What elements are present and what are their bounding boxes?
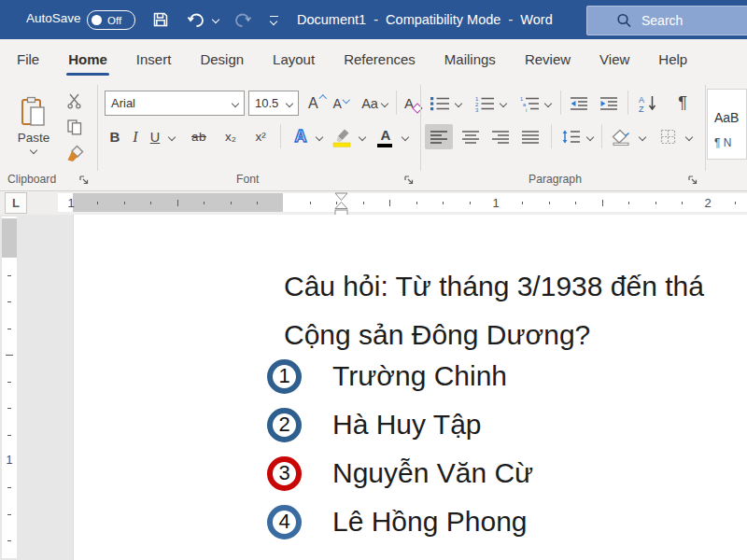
bullets-button[interactable] (427, 91, 453, 116)
text-effects-dropdown[interactable] (314, 124, 325, 149)
chevron-down-icon (270, 17, 277, 24)
search-box[interactable]: Search (586, 6, 747, 35)
document-page[interactable]: Câu hỏi: Từ tháng 3/1938 đến thá Cộng sả… (73, 215, 747, 560)
tab-layout[interactable]: Layout (273, 39, 315, 79)
multilevel-dropdown[interactable] (543, 91, 554, 116)
borders-button[interactable] (654, 124, 682, 149)
tab-home[interactable]: Home (68, 39, 107, 79)
font-color-dropdown[interactable] (400, 124, 411, 149)
question-line-2[interactable]: Cộng sản Đông Dương? (284, 315, 590, 355)
ruler-margin-area (2, 218, 17, 258)
customize-quick-access-button[interactable] (267, 12, 280, 27)
option-circle: 1 (267, 359, 302, 394)
line-spacing-button[interactable] (557, 124, 585, 149)
tab-mailings[interactable]: Mailings (444, 39, 496, 79)
option-text: Lê Hồng Phong (332, 506, 528, 538)
font-dialog-launcher[interactable] (403, 175, 415, 186)
tab-selector-button[interactable]: L (5, 192, 27, 214)
bold-button[interactable]: B (105, 124, 125, 149)
document-area: 1 Câu hỏi: Từ tháng 3/1938 đến thá Cộng … (0, 215, 747, 560)
undo-dropdown[interactable] (211, 15, 220, 24)
autosave-toggle[interactable]: Off (87, 10, 135, 30)
italic-button[interactable]: I (127, 124, 144, 149)
line-spacing-dropdown[interactable] (585, 124, 596, 149)
font-name-select[interactable]: Arial (105, 91, 245, 116)
bar-icon (270, 16, 278, 17)
underline-button[interactable]: U (146, 124, 164, 149)
tab-help[interactable]: Help (658, 39, 687, 79)
scissors-icon (66, 92, 83, 109)
line-spacing-icon (561, 129, 581, 145)
font-group-label: Font (236, 173, 259, 186)
subscript-button[interactable]: x₂ (218, 124, 243, 149)
highlight-dropdown[interactable] (357, 124, 368, 149)
font-color-button[interactable]: A (374, 124, 398, 149)
shading-dropdown[interactable] (637, 124, 648, 149)
paragraph-group-label: Paragraph (529, 173, 582, 186)
autosave-label: AutoSave (26, 11, 81, 25)
chevron-down-icon (685, 133, 693, 140)
bullets-dropdown[interactable] (453, 91, 464, 116)
shrink-font-button[interactable]: A (329, 91, 353, 116)
justify-icon (521, 131, 540, 144)
answer-option-3[interactable]: 3 Nguyễn Văn Cừ (267, 455, 533, 492)
sort-button[interactable]: A Z (633, 91, 663, 116)
copy-button[interactable] (62, 115, 88, 139)
answer-option-2[interactable]: 2 Hà Huy Tập (267, 406, 482, 443)
answer-option-1[interactable]: 1 Trường Chinh (267, 357, 507, 395)
redo-button[interactable] (232, 9, 254, 30)
numbering-dropdown[interactable] (498, 91, 509, 116)
show-formatting-marks-button[interactable]: ¶ (670, 91, 695, 116)
clipboard-dialog-launcher[interactable] (78, 175, 90, 186)
vertical-ruler[interactable]: 1 (2, 217, 17, 558)
underline-dropdown[interactable] (166, 124, 177, 149)
chevron-up-icon (318, 95, 326, 103)
align-left-button[interactable] (425, 124, 453, 149)
align-center-icon (461, 131, 480, 144)
decrease-indent-button[interactable] (566, 91, 592, 116)
change-case-button[interactable]: Aa (357, 91, 392, 116)
cut-button[interactable] (62, 89, 88, 113)
align-right-button[interactable] (486, 124, 514, 149)
strikethrough-label: ab (191, 130, 206, 144)
copy-icon (66, 119, 83, 135)
tab-file[interactable]: File (17, 39, 39, 79)
tab-insert[interactable]: Insert (136, 39, 172, 79)
format-painter-button[interactable] (62, 141, 88, 165)
superscript-label: x² (255, 130, 265, 144)
superscript-button[interactable]: x² (248, 124, 273, 149)
highlight-button[interactable] (329, 124, 355, 149)
divider (396, 91, 397, 115)
option-circle: 4 (267, 505, 302, 539)
multilevel-list-button[interactable]: 1 a i (516, 91, 543, 116)
save-button[interactable] (149, 9, 172, 30)
horizontal-ruler[interactable]: 1 1 2 (58, 193, 747, 212)
paragraph-dialog-launcher[interactable] (687, 175, 698, 186)
tab-design[interactable]: Design (200, 39, 244, 79)
tab-view[interactable]: View (599, 39, 629, 79)
window-title: Document1 - Compatibility Mode - Word (297, 0, 553, 39)
clear-formatting-button[interactable]: A (400, 91, 418, 116)
numbering-button[interactable]: 1 2 3 (472, 91, 498, 116)
tab-references[interactable]: References (344, 39, 416, 79)
increase-indent-button[interactable] (596, 91, 622, 116)
align-center-button[interactable] (457, 124, 485, 149)
justify-button[interactable] (516, 124, 544, 149)
borders-dropdown[interactable] (684, 124, 695, 149)
shading-button[interactable] (607, 124, 635, 149)
undo-button[interactable] (185, 9, 207, 30)
paste-button[interactable]: Paste (11, 85, 56, 163)
svg-text:i: i (526, 106, 527, 112)
search-placeholder: Search (641, 13, 683, 28)
grow-font-button[interactable]: A (304, 91, 329, 116)
text-effects-button[interactable]: A (288, 124, 314, 149)
align-left-icon (430, 131, 448, 144)
tab-review[interactable]: Review (525, 39, 571, 79)
style-normal-card[interactable]: AaB ¶ N (707, 89, 747, 160)
question-line-1[interactable]: Câu hỏi: Từ tháng 3/1938 đến thá (284, 267, 704, 306)
divider (601, 124, 602, 148)
font-color-label: A (381, 127, 391, 143)
answer-option-4[interactable]: 4 Lê Hồng Phong (267, 503, 528, 540)
font-size-select[interactable]: 10.5 (248, 91, 299, 116)
strikethrough-button[interactable]: ab (185, 124, 213, 149)
